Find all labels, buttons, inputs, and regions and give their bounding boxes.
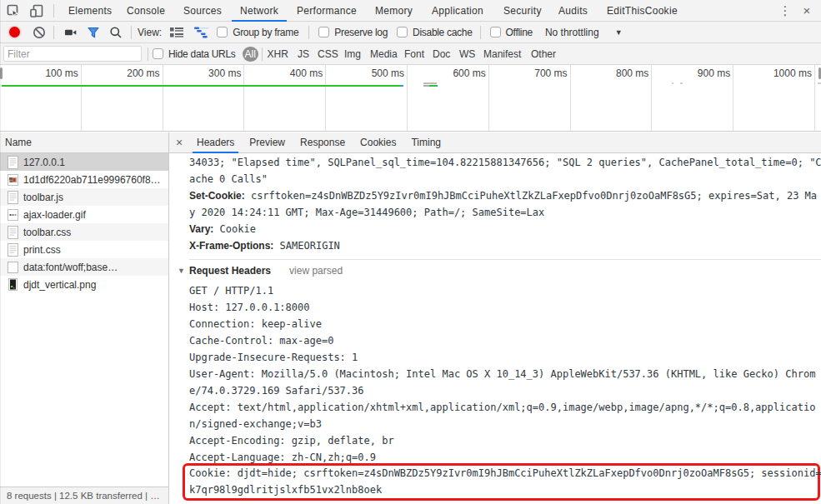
filterbar-separator	[148, 47, 148, 61]
tab-application[interactable]: Application	[423, 0, 492, 21]
devtools-window: Elements Console Sources Network Perform…	[0, 0, 821, 504]
filter-pill-ws[interactable]: WS	[459, 47, 475, 61]
throttling-dropdown-arrow-icon[interactable]: ▼	[615, 28, 623, 37]
offline-checkbox[interactable]	[490, 27, 501, 37]
image-preview-icon	[7, 207, 18, 222]
response-header-set-cookie-wrap: y 2020 14:24:11 GMT; Max-Age=31449600; P…	[189, 204, 821, 221]
filter-pill-js[interactable]: JS	[298, 47, 309, 61]
filter-pill-manifest[interactable]: Manifest	[483, 47, 521, 61]
disable-cache-checkbox[interactable]	[397, 27, 408, 37]
network-overview[interactable]: 100 ms 200 ms 300 ms 400 ms 500 ms 600 m…	[0, 65, 821, 132]
header-value: SAMEORIGIN	[280, 240, 340, 252]
details-tab-cookies[interactable]: Cookies	[353, 132, 403, 152]
request-name: 1d1df6220ab711e9996760f8…	[23, 174, 161, 186]
network-summary-bar: 8 requests | 12.5 KB transferred | …	[0, 487, 168, 504]
ruler-tick: 200 ms	[82, 65, 163, 131]
record-network-log-icon[interactable]	[8, 26, 21, 39]
request-row-toolbarjs[interactable]: toolbar.js	[0, 188, 168, 206]
raw-header-line: Connection: keep-alive	[189, 316, 821, 332]
tab-memory[interactable]: Memory	[367, 0, 421, 21]
ruler-tick: 500 ms	[326, 65, 408, 131]
response-header-set-cookie: Set-Cookie: csrftoken=z4sDnWBZDz5Y9zIvr0…	[189, 187, 821, 204]
view-label: View:	[138, 27, 162, 38]
toolbar-separator-3	[308, 26, 309, 39]
filter-pills-separator	[262, 47, 263, 61]
close-details-icon[interactable]: ×	[169, 132, 189, 152]
raw-header-line: Accept-Encoding: gzip, deflate, br	[189, 432, 821, 449]
preserve-log-checkbox[interactable]	[318, 27, 329, 37]
disclosure-triangle-icon[interactable]: ▼	[178, 262, 186, 279]
overview-ruler: 100 ms 200 ms 300 ms 400 ms 500 ms 600 m…	[0, 65, 821, 131]
view-parsed-link[interactable]: view parsed	[289, 262, 343, 279]
capture-screenshots-icon[interactable]	[64, 26, 78, 39]
header-value: Cookie	[220, 223, 256, 235]
group-by-frame-checkbox[interactable]	[217, 27, 228, 37]
overview-bar-subresource-2-tip	[436, 85, 438, 87]
request-row-datafont[interactable]: data:font/woff;base…	[0, 258, 168, 276]
show-overview-icon[interactable]	[194, 26, 209, 39]
device-toolbar-icon[interactable]	[30, 4, 43, 17]
tab-performance[interactable]: Performance	[288, 0, 365, 21]
tab-console[interactable]: Console	[118, 0, 173, 21]
filter-pill-doc[interactable]: Doc	[433, 47, 450, 61]
filter-pill-xhr[interactable]: XHR	[268, 47, 288, 61]
raw-header-line: Accept: text/html,application/xhtml+xml,…	[189, 399, 821, 416]
large-request-rows-icon[interactable]	[170, 26, 183, 39]
filter-pill-media[interactable]: Media	[370, 47, 398, 61]
details-tab-response[interactable]: Response	[293, 132, 353, 152]
header-name: X-Frame-Options:	[189, 240, 273, 252]
filter-pill-font[interactable]: Font	[404, 47, 424, 61]
request-name: data:font/woff;base…	[23, 262, 118, 273]
inspect-element-icon[interactable]	[7, 4, 20, 17]
ruler-tick: 400 ms	[244, 65, 326, 131]
raw-header-line: e/74.0.3729.169 Safari/537.36	[189, 382, 821, 399]
filter-input[interactable]	[3, 46, 142, 62]
request-row-1d1df622[interactable]: 1d1df6220ab711e9996760f8…	[0, 171, 168, 188]
section-divider	[189, 259, 821, 260]
hide-data-urls-checkbox[interactable]	[153, 48, 163, 59]
network-main: Name 127.0.0.1 1d1df6220ab711e9996760f8……	[0, 132, 821, 504]
details-tab-timing[interactable]: Timing	[403, 132, 448, 152]
image-preview-icon	[7, 172, 18, 187]
request-row-djdtvertical[interactable]: djdt_vertical.png	[0, 276, 168, 293]
raw-header-line: GET / HTTP/1.1	[189, 282, 821, 299]
kebab-menu-icon[interactable]: ⋮	[778, 3, 793, 18]
filter-pill-other[interactable]: Other	[531, 47, 556, 61]
tab-sources[interactable]: Sources	[175, 0, 230, 21]
throttling-select[interactable]: No throttling	[545, 27, 599, 38]
tab-network[interactable]: Network	[232, 0, 287, 21]
tabbar-trail: ⋮ ×	[778, 3, 821, 18]
request-row-printcss[interactable]: print.css	[0, 241, 168, 258]
request-row-ajaxloader[interactable]: ajax-loader.gif	[0, 206, 168, 223]
overview-bar-late-3	[818, 82, 821, 84]
tab-audits[interactable]: Audits	[550, 0, 596, 21]
raw-header-line-cookie-wrap: k7qr98l9gdlritjslxfb51vx2lnb8oek	[189, 482, 818, 499]
request-row-127001[interactable]: 127.0.0.1	[0, 153, 168, 171]
details-tab-headers[interactable]: Headers	[189, 132, 242, 152]
request-headers-section-header[interactable]: ▼ Request Headers view parsed	[189, 262, 821, 279]
filter-icon[interactable]	[87, 26, 100, 39]
headers-pane[interactable]: 34033; "Elapsed time", SQLPanel_sql_time…	[169, 154, 821, 504]
search-icon[interactable]	[109, 26, 123, 39]
tab-security[interactable]: Security	[495, 0, 550, 21]
filter-pill-all[interactable]: All	[243, 47, 258, 62]
devtools-close-icon[interactable]: ×	[799, 3, 814, 17]
tab-editthiscookie[interactable]: EditThisCookie	[598, 0, 686, 21]
overview-bar-subresource-2-wait	[423, 85, 429, 87]
filter-pill-img[interactable]: Img	[344, 47, 361, 61]
clear-network-log-icon[interactable]	[33, 26, 46, 39]
overview-left-grip[interactable]	[0, 67, 3, 79]
request-row-toolbarcss[interactable]: toolbar.css	[0, 223, 168, 241]
raw-header-line: n/signed-exchange;v=b3	[189, 416, 821, 432]
document-icon	[7, 225, 18, 239]
filter-pill-css[interactable]: CSS	[318, 47, 338, 61]
toolbar-separator-2	[131, 26, 132, 39]
name-column-header[interactable]: Name	[0, 132, 168, 153]
main-tabs: Elements Console Sources Network Perform…	[60, 0, 686, 21]
raw-header-line: Cache-Control: max-age=0	[189, 332, 821, 349]
offline-label: Offline	[506, 27, 533, 38]
request-name: 127.0.0.1	[23, 157, 65, 168]
tab-elements[interactable]: Elements	[60, 0, 120, 21]
toolbar-separator-1	[53, 26, 54, 39]
details-tab-preview[interactable]: Preview	[242, 132, 293, 152]
